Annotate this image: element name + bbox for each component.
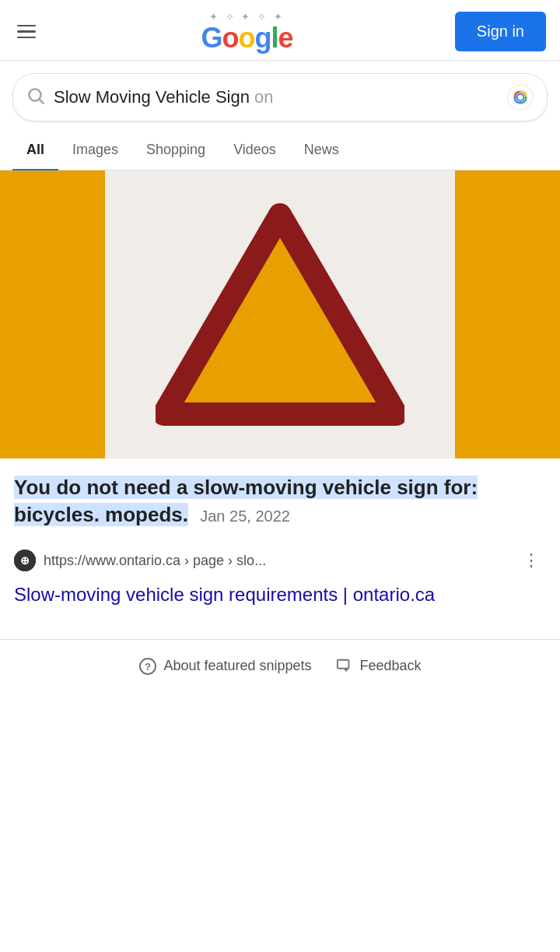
image-side-left [0,170,105,458]
svg-line-1 [40,100,44,104]
search-bar-container: Slow Moving Vehicle Sign on [0,61,560,121]
image-side-right [455,170,560,458]
svg-rect-11 [337,660,348,669]
about-snippets-button[interactable]: ? About featured snippets [138,657,311,676]
svg-text:?: ? [145,661,151,673]
feedback-label: Feedback [360,658,422,674]
tab-videos[interactable]: Videos [219,131,290,171]
svg-marker-12 [344,669,348,673]
header: ✦ ✧ ✦ ✧ ✦ Google Sign in [0,0,560,61]
slow-moving-vehicle-sign [156,190,404,439]
google-logo: ✦ ✧ ✦ ✧ ✦ Google [201,11,292,52]
snippet-date: Jan 25, 2022 [200,508,290,525]
search-suffix: on [250,87,274,107]
tab-shopping[interactable]: Shopping [132,131,219,171]
about-snippets-label: About featured snippets [163,658,311,674]
search-bar[interactable]: Slow Moving Vehicle Sign on [12,73,548,121]
result-link-container: Slow-moving vehicle sign requirements | … [0,578,560,624]
logo-decoration: ✦ ✧ ✦ ✧ ✦ [209,11,284,23]
image-strip [0,170,560,458]
snippet-container: You do not need a slow-moving vehicle si… [0,458,560,539]
tab-images[interactable]: Images [58,131,132,171]
feedback-button[interactable]: Feedback [335,657,422,676]
tab-all[interactable]: All [12,131,58,171]
info-icon: ? [138,657,157,676]
more-options-button[interactable]: ⋮ [516,547,546,574]
result-link[interactable]: Slow-moving vehicle sign requirements | … [14,581,546,608]
footer-bar: ? About featured snippets Feedback [0,639,560,693]
search-query: Slow Moving Vehicle Sign [54,87,250,107]
lens-icon[interactable] [506,83,534,111]
image-center[interactable] [105,170,455,458]
tab-news[interactable]: News [290,131,353,171]
search-input[interactable]: Slow Moving Vehicle Sign on [54,87,499,107]
feedback-icon [335,657,354,676]
source-row: ⊕ https://www.ontario.ca › page › slo...… [0,539,560,578]
logo-text: Google [201,24,292,52]
svg-text:⊕: ⊕ [20,554,30,567]
search-tabs: All Images Shopping Videos News [0,131,560,170]
svg-point-3 [508,85,533,110]
source-url: https://www.ontario.ca › page › slo... [44,553,509,569]
search-icon [26,86,46,109]
sign-in-button[interactable]: Sign in [455,12,546,51]
hamburger-menu[interactable] [14,22,39,42]
site-favicon: ⊕ [14,550,36,571]
